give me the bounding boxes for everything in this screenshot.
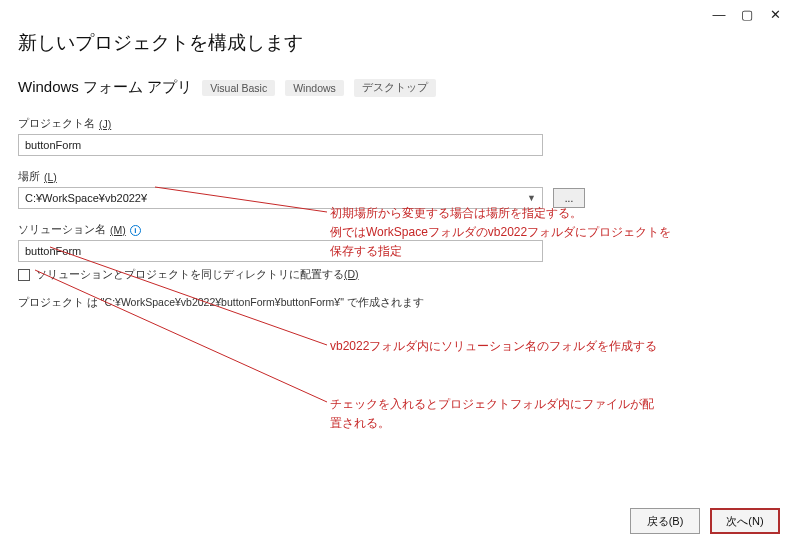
tag-language: Visual Basic xyxy=(202,80,275,96)
tag-platform: Windows xyxy=(285,80,344,96)
back-button[interactable]: 戻る(B) xyxy=(630,508,700,534)
project-path-note: プロジェクト は "C:¥WorkSpace¥vb2022¥buttonForm… xyxy=(18,296,782,310)
info-icon[interactable]: i xyxy=(130,225,141,236)
page-title: 新しいプロジェクトを構成します xyxy=(18,30,782,56)
annotation-solution-folder: vb2022フォルダ内にソリューション名のフォルダを作成する xyxy=(330,337,657,356)
close-button[interactable]: ✕ xyxy=(764,7,786,22)
annotation-location: 初期場所から変更する場合は場所を指定する。 例ではWorkSpaceフォルダのv… xyxy=(330,204,671,262)
next-button[interactable]: 次へ(N) xyxy=(710,508,780,534)
maximize-button[interactable]: ▢ xyxy=(736,7,758,22)
location-value: C:¥WorkSpace¥vb2022¥ xyxy=(25,192,147,204)
tag-type: デスクトップ xyxy=(354,79,436,97)
same-directory-checkbox[interactable] xyxy=(18,269,30,281)
window-controls: — ▢ ✕ xyxy=(694,0,800,28)
template-name: Windows フォーム アプリ xyxy=(18,78,192,97)
project-name-label: プロジェクト名(J) xyxy=(18,117,782,131)
project-name-input[interactable] xyxy=(18,134,543,156)
annotation-checkbox: チェックを入れるとプロジェクトフォルダ内にファイルが配 置される。 xyxy=(330,395,654,433)
chevron-down-icon: ▼ xyxy=(527,193,536,203)
location-label: 場所(L) xyxy=(18,170,782,184)
same-directory-label: ソリューションとプロジェクトを同じディレクトリに配置する(D) xyxy=(36,268,359,282)
minimize-button[interactable]: — xyxy=(708,7,730,22)
